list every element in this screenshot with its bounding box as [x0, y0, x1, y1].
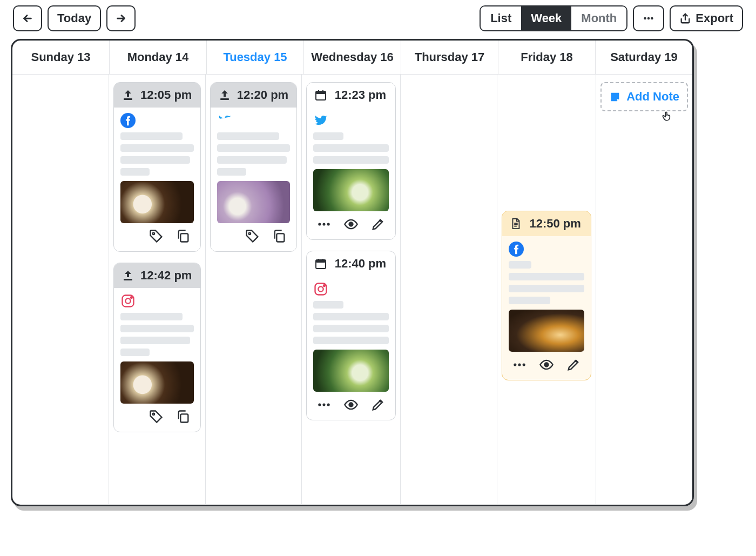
next-week-button[interactable] [106, 5, 136, 31]
post-card-header: 12:20 pm [211, 83, 297, 108]
export-button[interactable]: Export [670, 5, 743, 31]
post-text-placeholder [217, 132, 291, 176]
day-column-monday[interactable]: 12:05 pm 12:42 pm [109, 75, 206, 504]
toolbar: Today List Week Month Export [11, 5, 745, 31]
calendar-header-row: Sunday 13 Monday 14 Tuesday 15 Wednesday… [12, 41, 692, 75]
day-column-wednesday[interactable]: 12:23 pm 12:40 pm [302, 75, 401, 504]
post-time: 12:50 pm [527, 217, 583, 231]
svg-rect-17 [316, 91, 326, 94]
day-header-monday: Monday 14 [110, 41, 207, 74]
svg-point-1 [647, 17, 650, 19]
post-time: 12:23 pm [333, 88, 388, 102]
day-column-thursday[interactable] [401, 75, 497, 504]
view-segmented-control: List Week Month [480, 5, 627, 31]
post-card-header: 12:42 pm [114, 263, 200, 288]
post-thumbnail [120, 181, 194, 223]
post-actions [217, 227, 291, 245]
day-column-friday[interactable]: 12:50 pm [497, 75, 596, 504]
upload-icon [122, 89, 134, 102]
day-column-saturday[interactable]: Add Note [596, 75, 692, 504]
document-icon [510, 218, 522, 230]
svg-point-20 [327, 223, 330, 225]
eye-icon[interactable] [343, 217, 359, 232]
post-text-placeholder [120, 132, 194, 176]
prev-week-button[interactable] [13, 5, 42, 31]
post-card-body [502, 236, 591, 380]
ellipsis-icon[interactable] [316, 217, 332, 232]
post-card[interactable]: 12:23 pm [306, 82, 396, 240]
today-button[interactable]: Today [48, 5, 101, 31]
svg-point-5 [152, 233, 154, 235]
facebook-icon [120, 113, 136, 128]
post-card-body [114, 108, 200, 251]
day-header-sunday: Sunday 13 [12, 41, 110, 74]
post-actions [313, 396, 389, 413]
ellipsis-icon [642, 12, 656, 24]
edit-icon[interactable] [566, 357, 581, 372]
edit-icon[interactable] [370, 217, 386, 232]
toolbar-right: List Week Month Export [480, 5, 743, 31]
svg-point-9 [125, 298, 130, 303]
ellipsis-icon[interactable] [316, 397, 332, 412]
post-time: 12:20 pm [237, 88, 289, 102]
post-thumbnail [313, 169, 389, 211]
day-header-friday: Friday 18 [498, 41, 596, 74]
view-week-button[interactable]: Week [521, 6, 571, 30]
spacer [502, 82, 591, 200]
add-note-button[interactable]: Add Note [600, 82, 688, 111]
day-header-thursday: Thursday 17 [401, 41, 498, 74]
calendar-icon [314, 89, 327, 102]
copy-icon[interactable] [176, 229, 191, 244]
export-icon [679, 12, 691, 24]
copy-icon[interactable] [176, 409, 191, 424]
svg-point-33 [518, 363, 521, 366]
post-card[interactable]: 12:05 pm [113, 82, 201, 252]
eye-icon[interactable] [539, 357, 554, 372]
tag-icon[interactable] [245, 229, 260, 244]
post-text-placeholder [313, 301, 389, 344]
export-label: Export [696, 11, 733, 25]
eye-icon[interactable] [343, 397, 359, 412]
post-thumbnail [313, 350, 389, 392]
more-options-button[interactable] [633, 5, 664, 31]
day-column-tuesday[interactable]: 12:20 pm [206, 75, 302, 504]
view-month-button[interactable]: Month [571, 6, 626, 30]
svg-point-11 [152, 413, 154, 416]
svg-point-30 [349, 403, 353, 407]
post-card[interactable]: 12:20 pm [210, 82, 298, 252]
post-card-draft[interactable]: 12:50 pm [502, 211, 591, 380]
ellipsis-icon[interactable] [512, 357, 527, 372]
svg-point-27 [319, 403, 321, 406]
svg-rect-23 [316, 260, 326, 263]
day-header-tuesday: Tuesday 15 [207, 41, 304, 74]
view-list-button[interactable]: List [481, 6, 521, 30]
svg-point-2 [651, 17, 653, 19]
svg-point-32 [514, 363, 516, 366]
svg-rect-13 [220, 98, 229, 100]
cursor-pointer-icon [661, 110, 673, 122]
post-card-body [307, 108, 395, 239]
upload-icon [122, 269, 134, 282]
svg-point-19 [323, 223, 326, 225]
post-card-body [211, 108, 297, 251]
copy-icon[interactable] [272, 229, 287, 244]
tag-icon[interactable] [148, 229, 164, 244]
post-card[interactable]: 12:40 pm [306, 251, 396, 420]
chevron-left-icon [22, 12, 33, 24]
tag-icon[interactable] [148, 409, 164, 424]
post-actions [120, 227, 194, 245]
post-card-body [307, 276, 395, 420]
day-header-wednesday: Wednesday 16 [304, 41, 401, 74]
facebook-icon [509, 242, 524, 257]
day-column-sunday[interactable] [12, 75, 109, 504]
day-header-saturday: Saturday 19 [596, 41, 692, 74]
calendar-body: 12:05 pm 12:42 pm [12, 75, 692, 504]
calendar-week-view: Sunday 13 Monday 14 Tuesday 15 Wednesday… [11, 39, 694, 506]
svg-point-29 [327, 403, 330, 406]
edit-icon[interactable] [370, 397, 386, 412]
svg-rect-7 [124, 279, 132, 280]
svg-point-25 [319, 286, 323, 291]
post-card-header: 12:50 pm [502, 211, 591, 236]
post-card[interactable]: 12:42 pm [113, 263, 201, 432]
post-actions [120, 408, 194, 425]
